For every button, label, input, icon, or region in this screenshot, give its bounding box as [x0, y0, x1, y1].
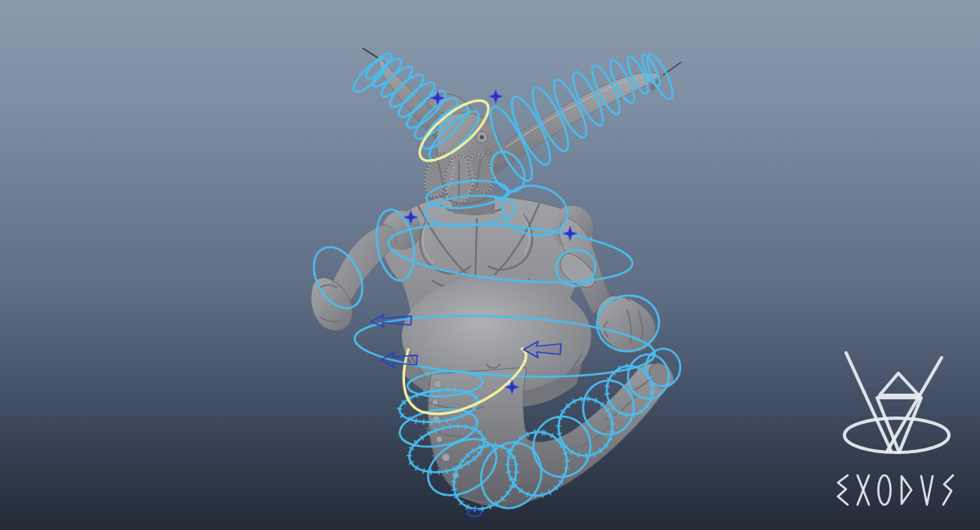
horn-left-bone-line	[363, 48, 378, 58]
eye	[480, 136, 484, 140]
creature-model[interactable]	[311, 48, 681, 507]
viewport-canvas[interactable]	[0, 0, 980, 530]
exodus-logo-wordmark	[838, 475, 953, 505]
wordmark-letter	[879, 475, 891, 505]
star-marker	[488, 89, 503, 104]
wordmark-letter	[921, 476, 933, 505]
wordmark-letter	[902, 476, 911, 504]
exodus-logo-glyph	[844, 353, 949, 452]
viewport-background[interactable]: EXODUS	[0, 0, 980, 530]
exodus-logo	[838, 353, 953, 505]
wordmark-letter	[943, 475, 953, 505]
wordmark-letter	[838, 475, 848, 505]
